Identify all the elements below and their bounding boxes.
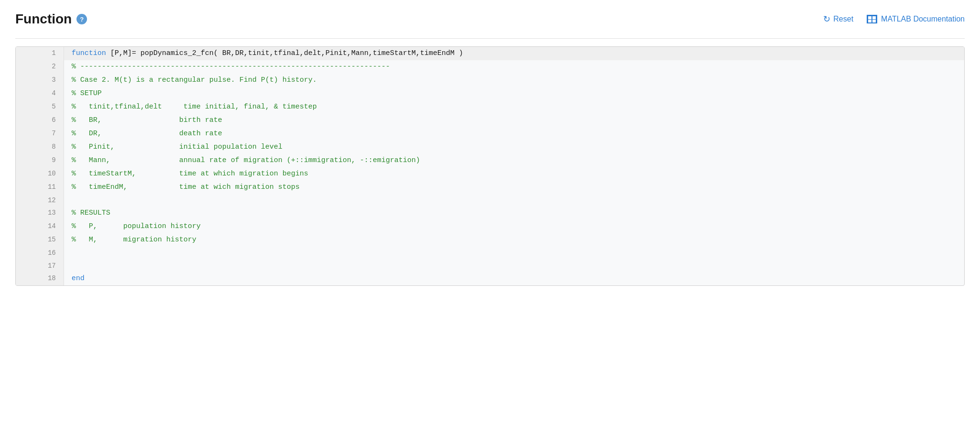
- code-row: 2% -------------------------------------…: [16, 60, 964, 74]
- code-row: 1function [P,M]= popDynamics_2_fcn( BR,D…: [16, 47, 964, 60]
- code-content: % tinit,tfinal,delt time initial, final,…: [64, 100, 964, 114]
- line-number: 5: [16, 100, 64, 114]
- line-number: 2: [16, 60, 64, 74]
- code-row: 11% timeEndM, time at wich migration sto…: [16, 181, 964, 194]
- comment: % M, migration history: [72, 236, 196, 244]
- code-row: 15% M, migration history: [16, 233, 964, 247]
- line-number: 3: [16, 74, 64, 87]
- line-number: 4: [16, 87, 64, 100]
- svg-rect-2: [868, 20, 871, 22]
- code-row: 17: [16, 260, 964, 272]
- line-number: 6: [16, 114, 64, 127]
- code-content: end: [64, 272, 964, 285]
- line-number: 15: [16, 233, 64, 247]
- code-row: 13% RESULTS: [16, 207, 964, 220]
- matlab-doc-label: MATLAB Documentation: [881, 15, 965, 23]
- keyword: function: [72, 49, 106, 57]
- code-row: 9% Mann, annual rate of migration (+::im…: [16, 154, 964, 167]
- comment: % RESULTS: [72, 209, 110, 217]
- code-content: % P, population history: [64, 220, 964, 233]
- line-number: 10: [16, 167, 64, 181]
- comment: % Pinit, initial population level: [72, 143, 283, 151]
- line-number: 12: [16, 194, 64, 207]
- reset-icon: ↻: [823, 14, 830, 24]
- reset-label: Reset: [833, 15, 853, 23]
- comment: % BR, birth rate: [72, 116, 222, 124]
- line-number: 17: [16, 260, 64, 272]
- comment: % P, population history: [72, 222, 201, 230]
- code-table: 1function [P,M]= popDynamics_2_fcn( BR,D…: [16, 47, 964, 285]
- code-content: % DR, death rate: [64, 127, 964, 141]
- comment: % --------------------------------------…: [72, 63, 390, 71]
- title-group: Function ?: [15, 11, 87, 27]
- comment: % timeStartM, time at which migration be…: [72, 170, 308, 178]
- code-content: % RESULTS: [64, 207, 964, 220]
- comment: % SETUP: [72, 89, 102, 98]
- comment: % DR, death rate: [72, 130, 222, 138]
- code-row: 12: [16, 194, 964, 207]
- code-row: 16: [16, 247, 964, 259]
- code-row: 10% timeStartM, time at which migration …: [16, 167, 964, 181]
- code-row: 7% DR, death rate: [16, 127, 964, 141]
- code-row: 5% tinit,tfinal,delt time initial, final…: [16, 100, 964, 114]
- line-number: 18: [16, 272, 64, 285]
- comment: % Case 2. M(t) is a rectangular pulse. F…: [72, 76, 317, 84]
- code-content: % M, migration history: [64, 233, 964, 247]
- comment: % timeEndM, time at wich migration stops: [72, 183, 300, 191]
- header-divider: [15, 38, 965, 39]
- keyword: end: [72, 274, 85, 283]
- code-content: % timeStartM, time at which migration be…: [64, 167, 964, 181]
- code-row: 18end: [16, 272, 964, 285]
- code-content: [64, 260, 964, 272]
- comment: % tinit,tfinal,delt time initial, final,…: [72, 103, 317, 111]
- code-content: [64, 247, 964, 259]
- code-content: % Pinit, initial population level: [64, 141, 964, 154]
- code-content: [64, 194, 964, 207]
- code-row: 4% SETUP: [16, 87, 964, 100]
- code-row: 14% P, population history: [16, 220, 964, 233]
- code-row: 6% BR, birth rate: [16, 114, 964, 127]
- svg-rect-0: [868, 16, 871, 19]
- page-header: Function ? ↻ Reset MATLAB Documentation: [15, 11, 965, 27]
- svg-rect-3: [872, 20, 876, 22]
- line-number: 8: [16, 141, 64, 154]
- matlab-doc-button[interactable]: MATLAB Documentation: [867, 15, 965, 23]
- code-content: % Mann, annual rate of migration (+::imm…: [64, 154, 964, 167]
- help-icon[interactable]: ?: [76, 14, 87, 24]
- code-content: % timeEndM, time at wich migration stops: [64, 181, 964, 194]
- code-editor: 1function [P,M]= popDynamics_2_fcn( BR,D…: [15, 46, 965, 286]
- svg-rect-1: [872, 16, 876, 19]
- line-number: 14: [16, 220, 64, 233]
- code-content: % SETUP: [64, 87, 964, 100]
- reset-button[interactable]: ↻ Reset: [823, 14, 853, 24]
- line-number: 16: [16, 247, 64, 259]
- matlab-doc-icon: [867, 15, 877, 23]
- code-content: % --------------------------------------…: [64, 60, 964, 74]
- line-number: 9: [16, 154, 64, 167]
- code-row: 3% Case 2. M(t) is a rectangular pulse. …: [16, 74, 964, 87]
- code-row: 8% Pinit, initial population level: [16, 141, 964, 154]
- line-number: 13: [16, 207, 64, 220]
- code-content: % BR, birth rate: [64, 114, 964, 127]
- line-number: 1: [16, 47, 64, 60]
- line-number: 7: [16, 127, 64, 141]
- header-actions: ↻ Reset MATLAB Documentation: [823, 14, 965, 24]
- code-content: function [P,M]= popDynamics_2_fcn( BR,DR…: [64, 47, 964, 60]
- page-title: Function: [15, 11, 72, 27]
- comment: % Mann, annual rate of migration (+::imm…: [72, 156, 420, 164]
- code-content: % Case 2. M(t) is a rectangular pulse. F…: [64, 74, 964, 87]
- line-number: 11: [16, 181, 64, 194]
